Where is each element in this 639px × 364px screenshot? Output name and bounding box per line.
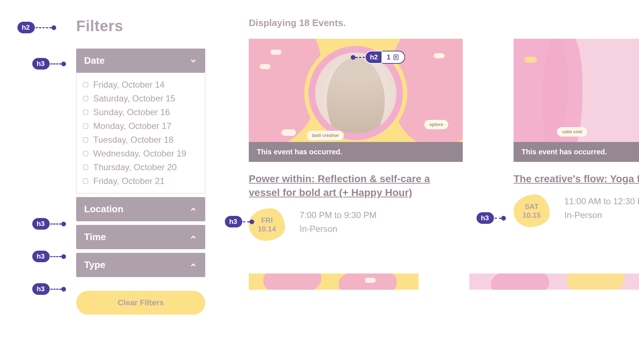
decorative-shape <box>271 50 281 55</box>
filter-header-type[interactable]: Type <box>76 253 205 277</box>
event-title-link[interactable]: Power within: Reflection & self-care a v… <box>249 172 463 200</box>
decorative-shape <box>491 273 549 290</box>
filter-option[interactable]: Saturday, October 15 <box>83 92 198 105</box>
event-title-link[interactable]: The creative's flow: Yoga for renewal <box>514 172 639 186</box>
decorative-shape <box>524 57 537 63</box>
filter-header-date[interactable]: Date <box>76 49 205 73</box>
event-day: SAT <box>525 202 539 211</box>
event-card: taoti creative optoro This event has occ… <box>249 39 463 241</box>
event-meta: FRI 10.14 7:00 PM to 9:30 PM In-Person <box>249 208 463 241</box>
filter-label-time: Time <box>84 231 106 243</box>
event-mode: In-Person <box>300 222 376 236</box>
results-count: Displaying 18 Events. <box>249 17 346 29</box>
results-main: Displaying 18 Events. taoti creative <box>249 17 639 315</box>
sponsor-badge: taoti creative <box>307 131 344 140</box>
chevron-up-icon <box>189 261 197 269</box>
filter-option[interactable]: Tuesday, October 18 <box>83 133 198 147</box>
filter-section-date: Date Friday, October 14 Saturday, Octobe… <box>76 49 205 193</box>
person-silhouette <box>315 53 396 134</box>
person-photo <box>309 46 403 140</box>
filter-label-location: Location <box>84 204 123 215</box>
filter-section-location: Location <box>76 197 205 221</box>
filters-sidebar: Filters Date Friday, October 14 Saturday… <box>76 17 205 315</box>
results-header: Displaying 18 Events. <box>249 17 639 29</box>
clear-filters-button[interactable]: Clear Filters <box>76 291 205 315</box>
chevron-up-icon <box>189 205 197 213</box>
checkbox-icon[interactable] <box>83 137 88 142</box>
filter-header-time[interactable]: Time <box>76 225 205 249</box>
filter-body-date: Friday, October 14 Saturday, October 15 … <box>76 73 205 193</box>
event-day: FRI <box>261 216 273 225</box>
filter-option[interactable]: Sunday, October 16 <box>83 105 198 119</box>
decorative-shape <box>365 278 376 283</box>
checkbox-icon[interactable] <box>83 151 88 156</box>
filter-option[interactable]: Friday, October 21 <box>83 174 198 188</box>
decorative-shape <box>434 53 445 58</box>
event-time: 11:00 AM to 12:30 PM <box>564 194 639 208</box>
filter-option[interactable]: Friday, October 14 <box>83 78 198 92</box>
event-thumbnail[interactable] <box>249 273 419 290</box>
event-date: 10.15 <box>523 211 541 219</box>
chevron-down-icon <box>189 57 197 65</box>
checkbox-icon[interactable] <box>83 82 88 87</box>
event-occurred-banner: This event has occurred. <box>249 142 463 162</box>
checkbox-icon[interactable] <box>83 179 88 184</box>
decorative-shape <box>260 64 271 69</box>
event-thumbnail[interactable]: calm cool This event has occurred. <box>514 39 639 162</box>
checkbox-icon[interactable] <box>83 165 88 170</box>
sponsor-badge: optoro <box>424 120 448 129</box>
filters-title: Filters <box>76 17 205 35</box>
event-time: 7:00 PM to 9:30 PM <box>300 208 376 222</box>
filter-header-location[interactable]: Location <box>76 197 205 221</box>
date-blob: FRI 10.14 <box>249 208 285 241</box>
filter-option[interactable]: Wednesday, October 19 <box>83 147 198 160</box>
checkbox-icon[interactable] <box>83 110 88 115</box>
date-blob: SAT 10.15 <box>514 194 550 227</box>
event-thumbnail[interactable] <box>469 273 639 290</box>
filter-label-type: Type <box>84 259 106 271</box>
events-row <box>249 273 639 290</box>
event-card: calm cool This event has occurred. The c… <box>514 39 639 241</box>
event-date: 10.14 <box>258 225 276 233</box>
event-thumbnail[interactable]: taoti creative optoro This event has occ… <box>249 39 463 162</box>
filter-label-date: Date <box>84 55 104 66</box>
event-meta-text: 7:00 PM to 9:30 PM In-Person <box>300 208 376 236</box>
checkbox-icon[interactable] <box>83 124 88 129</box>
filter-section-type: Type <box>76 253 205 277</box>
events-row: taoti creative optoro This event has occ… <box>249 39 639 241</box>
filter-option[interactable]: Thursday, October 20 <box>83 160 198 174</box>
checkbox-icon[interactable] <box>83 96 88 101</box>
decorative-shape <box>263 273 321 290</box>
decorative-shape <box>281 129 296 136</box>
filter-section-time: Time <box>76 225 205 249</box>
decorative-shape <box>566 273 624 290</box>
filter-option[interactable]: Monday, October 17 <box>83 119 198 133</box>
event-meta: SAT 10.15 11:00 AM to 12:30 PM In-Person <box>514 194 639 227</box>
chevron-up-icon <box>189 233 197 241</box>
sponsor-badge: calm cool <box>557 127 587 137</box>
event-occurred-banner: This event has occurred. <box>514 142 639 162</box>
event-meta-text: 11:00 AM to 12:30 PM In-Person <box>564 194 639 222</box>
event-mode: In-Person <box>564 208 639 222</box>
